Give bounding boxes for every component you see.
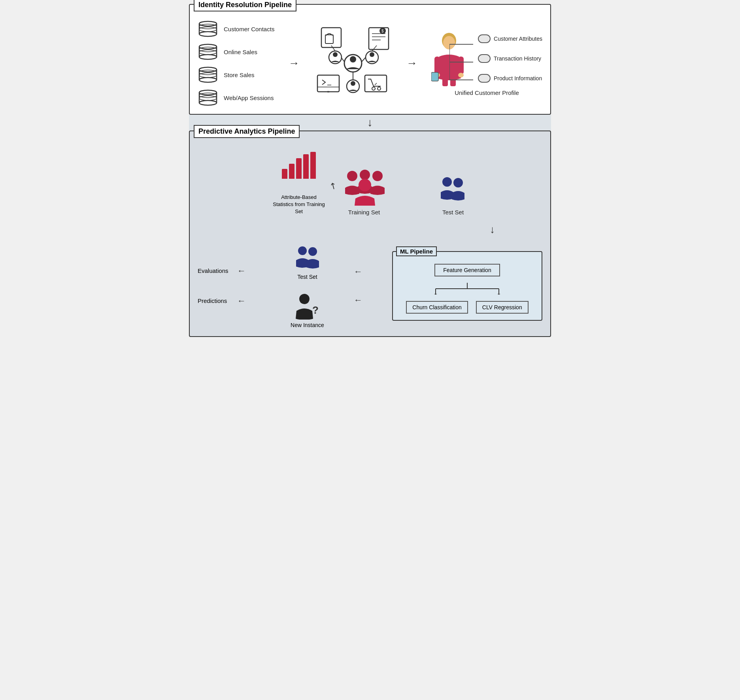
source-item-1: Online Sales — [198, 44, 274, 60]
stats-training-area: ↗ Attribute-BasedStatistics from Trainin… — [269, 151, 388, 216]
svg-rect-60 — [442, 78, 448, 86]
ml-bottom-row: Churn Classification CLV Regression — [406, 301, 528, 314]
ml-pipeline-title: ML Pipeline — [396, 246, 437, 256]
svg-point-41 — [333, 52, 338, 57]
branch-lines-svg — [412, 283, 523, 295]
main-container: Identity Resolution Pipeline — [185, 0, 555, 341]
svg-point-12 — [199, 67, 217, 72]
cylinder-3 — [198, 89, 218, 106]
predictive-title: Predictive Analytics Pipeline — [194, 125, 300, 138]
arrow-from-ml-to-new: ← — [354, 295, 362, 305]
test-people-icon-top — [435, 174, 471, 206]
arrow-to-profile: → — [406, 57, 417, 70]
svg-point-39 — [350, 56, 356, 62]
svg-rect-55 — [434, 57, 440, 74]
predictive-panel: Predictive Analytics Pipeline — [189, 131, 551, 337]
evaluations-row: Evaluations ← — [198, 266, 261, 276]
source-label-1: Online Sales — [224, 49, 257, 55]
training-section: Training Set — [340, 166, 388, 216]
svg-point-11 — [199, 50, 217, 55]
churn-classification-box: Churn Classification — [406, 301, 468, 314]
predictions-label: Predictions — [198, 297, 233, 304]
svg-point-5 — [199, 27, 217, 32]
down-arrow-area: ↓ — [198, 223, 542, 236]
bar-1 — [282, 169, 287, 179]
middle-instances: Test Set ? New Instance — [291, 244, 324, 328]
down-arrow-connector: ↓ — [367, 116, 373, 129]
arrow-to-graph: → — [289, 57, 300, 70]
test-set-bottom-icon — [291, 244, 323, 271]
svg-point-17 — [199, 73, 217, 78]
svg-point-65 — [372, 171, 383, 181]
down-arrow-to-ml: ↓ — [490, 223, 495, 236]
ml-pipeline-box: ML Pipeline Feature Generation — [392, 251, 542, 321]
bottom-section: Evaluations ← Predictions ← — [198, 244, 542, 328]
clv-regression-box: CLV Regression — [476, 301, 529, 314]
branch-arrows — [401, 283, 534, 295]
source-label-2: Store Sales — [224, 72, 255, 78]
svg-point-15 — [199, 78, 217, 82]
new-instance-section: ? New Instance — [291, 292, 324, 328]
bar-3 — [296, 158, 302, 179]
svg-point-0 — [199, 21, 217, 26]
identity-title: Identity Resolution Pipeline — [194, 0, 296, 11]
training-people-icon — [340, 166, 388, 206]
arrow-to-new-instance: ← — [237, 296, 246, 306]
svg-line-49 — [331, 45, 335, 51]
svg-rect-25 — [325, 35, 333, 44]
feature-generation-label: Feature Generation — [443, 267, 491, 273]
bar-2 — [289, 164, 294, 179]
test-label-top: Test Set — [442, 209, 464, 216]
svg-point-68 — [453, 178, 463, 187]
stats-label: Attribute-BasedStatistics from Training … — [269, 194, 328, 216]
source-item-0: Customer Contacts — [198, 21, 274, 37]
svg-point-63 — [347, 171, 357, 181]
svg-rect-32 — [317, 75, 339, 92]
svg-point-67 — [442, 177, 452, 187]
bar-chart — [282, 151, 316, 179]
svg-point-69 — [298, 246, 307, 255]
svg-line-50 — [372, 45, 377, 51]
identity-content: Customer Contacts Online Sales — [198, 21, 542, 106]
test-set-bottom: Test Set — [291, 244, 323, 280]
training-label: Training Set — [348, 209, 380, 216]
svg-point-66 — [359, 179, 371, 191]
bar-4 — [303, 154, 309, 179]
evaluations-label: Evaluations — [198, 267, 233, 274]
churn-classification-label: Churn Classification — [412, 304, 462, 310]
svg-point-23 — [199, 96, 217, 100]
svg-line-47 — [362, 57, 366, 62]
test-set-bottom-label: Test Set — [297, 274, 317, 280]
svg-point-70 — [308, 247, 317, 256]
svg-point-21 — [199, 100, 217, 105]
test-section-top: Test Set — [435, 174, 471, 216]
svg-point-37 — [378, 87, 381, 90]
unified-label: Unified Customer Profile — [455, 89, 519, 96]
svg-point-9 — [199, 55, 217, 59]
ml-output-arrows: ← ← — [354, 267, 362, 305]
arrow-from-ml-to-test: ← — [354, 267, 362, 277]
cylinder-2 — [198, 66, 218, 83]
identity-panel: Identity Resolution Pipeline — [189, 4, 551, 115]
cylinder-1 — [198, 44, 218, 60]
feature-generation-box: Feature Generation — [434, 264, 500, 276]
predictions-row: Predictions ← — [198, 296, 261, 306]
bar-5 — [310, 152, 316, 179]
new-instance-icon: ? — [293, 292, 321, 320]
source-label-3: Web/App Sessions — [224, 95, 274, 101]
arrow-to-test: ← — [237, 266, 246, 276]
data-sources: Customer Contacts Online Sales — [198, 21, 274, 106]
identity-graph: $ — [313, 24, 393, 103]
svg-line-52 — [375, 83, 377, 85]
svg-point-64 — [360, 170, 370, 180]
connection-lines — [449, 36, 529, 88]
svg-marker-77 — [434, 294, 437, 295]
clv-regression-label: CLV Regression — [482, 304, 522, 310]
unified-profile-section: Customer Attributes Transaction History … — [431, 31, 542, 96]
svg-point-45 — [351, 81, 355, 86]
left-outputs: Evaluations ← Predictions ← — [198, 266, 261, 306]
svg-point-6 — [199, 44, 217, 49]
curved-arrow-stats: ↗ — [327, 181, 339, 192]
svg-rect-59 — [431, 72, 438, 81]
new-instance-label: New Instance — [291, 322, 324, 328]
